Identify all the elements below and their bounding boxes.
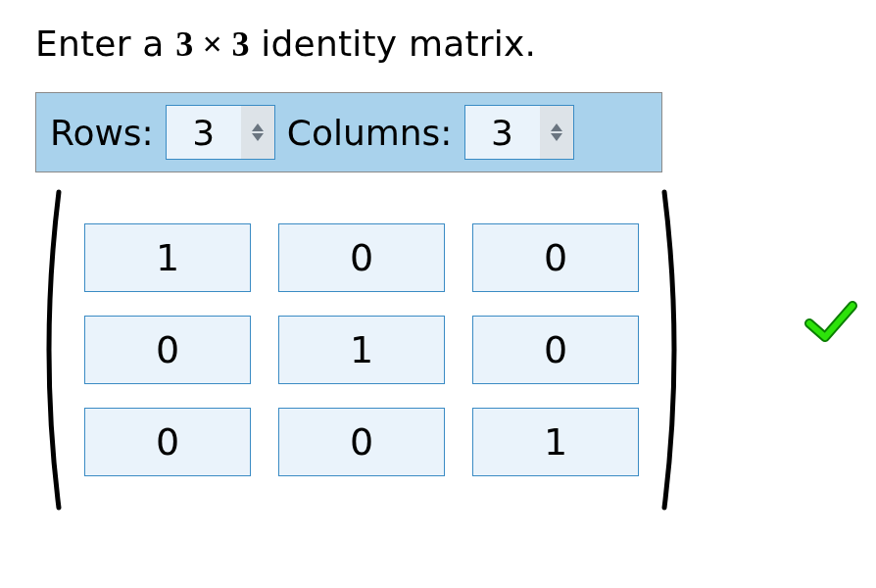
chevron-up-icon[interactable]	[551, 123, 562, 131]
rows-label: Rows:	[50, 113, 154, 153]
matrix-cell[interactable]: 0	[278, 408, 445, 476]
matrix-cell[interactable]: 0	[84, 408, 251, 476]
matrix-size-bar: Rows: 3 Columns: 3	[35, 92, 662, 172]
columns-label: Columns:	[287, 113, 453, 153]
prompt-text: Enter a 3 × 3 identity matrix.	[35, 24, 841, 65]
chevron-down-icon[interactable]	[252, 133, 264, 141]
matrix-cell[interactable]: 0	[472, 316, 639, 384]
matrix-cell[interactable]: 1	[278, 316, 445, 384]
matrix: 1 0 0 0 1 0 0 0 1	[35, 188, 841, 512]
rows-value: 3	[167, 106, 241, 159]
columns-stepper[interactable]: 3	[464, 105, 574, 160]
prompt-suffix: identity matrix.	[250, 24, 536, 64]
prompt-math: 3 × 3	[175, 24, 250, 64]
left-paren-icon	[35, 188, 63, 512]
matrix-cell[interactable]: 1	[84, 223, 251, 292]
rows-spinner-icon[interactable]	[241, 106, 274, 159]
chevron-up-icon[interactable]	[252, 123, 264, 131]
right-paren-icon	[660, 188, 688, 512]
matrix-cell[interactable]: 0	[84, 316, 251, 384]
check-icon	[803, 294, 858, 349]
chevron-down-icon[interactable]	[551, 133, 562, 141]
matrix-cell[interactable]: 1	[472, 408, 639, 476]
columns-spinner-icon[interactable]	[540, 106, 573, 159]
matrix-grid: 1 0 0 0 1 0 0 0 1	[76, 188, 647, 512]
rows-stepper[interactable]: 3	[166, 105, 275, 160]
matrix-cell[interactable]: 0	[472, 223, 639, 292]
matrix-cell[interactable]: 0	[278, 223, 445, 292]
prompt-prefix: Enter a	[35, 24, 175, 64]
columns-value: 3	[465, 106, 540, 159]
